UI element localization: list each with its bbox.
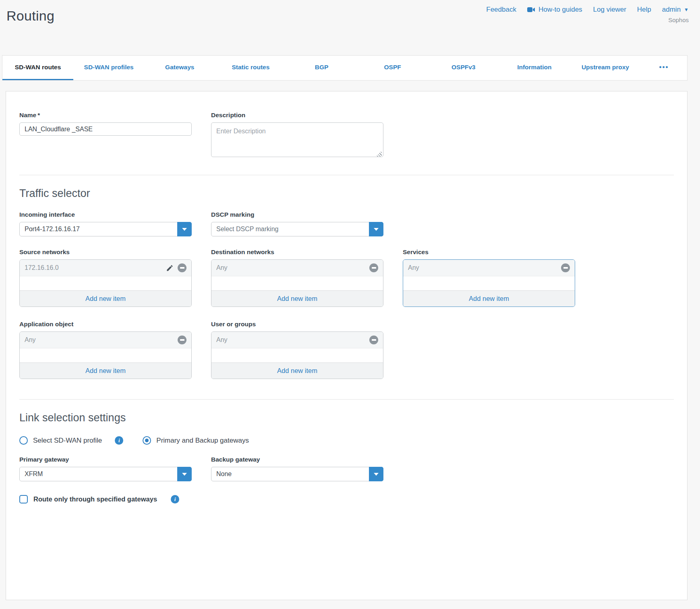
name-description-row: Name* Description bbox=[19, 112, 674, 159]
destination-networks-add-button[interactable]: Add new item bbox=[211, 290, 383, 307]
list-item-value: Any bbox=[408, 264, 419, 271]
list-item: 172.16.16.0 bbox=[20, 260, 191, 276]
description-label: Description bbox=[211, 112, 383, 119]
traffic-selector-heading: Traffic selector bbox=[19, 187, 674, 200]
tab-sdwan-routes[interactable]: SD-WAN routes bbox=[2, 56, 73, 80]
incoming-interface-select[interactable]: Port4-172.16.16.17 bbox=[19, 222, 192, 236]
tab-static-routes[interactable]: Static routes bbox=[215, 56, 286, 80]
source-networks-listbox: 172.16.16.0 Add new item bbox=[19, 259, 192, 307]
header-utility-area: Feedback How-to guides Log viewer Help a… bbox=[486, 6, 689, 23]
description-textarea[interactable] bbox=[211, 122, 383, 157]
services-add-button[interactable]: Add new item bbox=[403, 290, 575, 307]
route-only-label: Route only through specified gateways bbox=[33, 495, 157, 503]
gateway-mode-radio-group: Select SD-WAN profile i Primary and Back… bbox=[19, 436, 674, 445]
chevron-down-icon[interactable] bbox=[177, 467, 192, 481]
list-item-value: Any bbox=[216, 336, 228, 344]
tab-ospf[interactable]: OSPF bbox=[357, 56, 428, 80]
admin-menu[interactable]: admin ▼ bbox=[662, 6, 689, 14]
user-or-groups-listbox: Any Add new item bbox=[211, 331, 383, 379]
primary-gateway-value: XFRM bbox=[25, 470, 43, 478]
list-item: Any bbox=[403, 260, 575, 276]
list-item: Any bbox=[211, 260, 383, 276]
video-camera-icon bbox=[527, 7, 535, 12]
page-header: Routing Feedback How-to guides Log viewe… bbox=[0, 0, 700, 55]
list-empty-space bbox=[403, 276, 575, 290]
list-empty-space bbox=[20, 348, 191, 362]
primary-gateway-label: Primary gateway bbox=[19, 456, 192, 463]
incoming-interface-label: Incoming interface bbox=[19, 211, 192, 218]
primary-gateway-select[interactable]: XFRM bbox=[19, 467, 192, 481]
remove-icon[interactable] bbox=[178, 336, 186, 344]
radio-label: Primary and Backup gateways bbox=[156, 437, 249, 445]
dscp-marking-select[interactable]: Select DSCP marking bbox=[211, 222, 383, 236]
list-item: Any bbox=[211, 332, 383, 348]
app-users-row: Application object Any Add new item User… bbox=[19, 321, 674, 379]
chevron-down-icon[interactable] bbox=[369, 467, 383, 481]
header-links: Feedback How-to guides Log viewer Help a… bbox=[486, 6, 689, 14]
required-mark: * bbox=[37, 112, 40, 118]
services-listbox: Any Add new item bbox=[403, 259, 575, 307]
tab-upstream-proxy[interactable]: Upstream proxy bbox=[570, 56, 641, 80]
incoming-interface-value: Port4-172.16.16.17 bbox=[25, 226, 80, 233]
gateways-row: Primary gateway XFRM Backup gateway None bbox=[19, 456, 674, 481]
chevron-down-icon[interactable] bbox=[369, 222, 383, 236]
chevron-down-icon[interactable] bbox=[177, 222, 192, 236]
route-only-row: Route only through specified gateways i bbox=[19, 495, 674, 503]
feedback-link[interactable]: Feedback bbox=[486, 6, 516, 14]
list-empty-space bbox=[211, 348, 383, 362]
list-item: Any bbox=[20, 332, 191, 348]
howto-guides-label: How-to guides bbox=[538, 6, 582, 14]
dscp-marking-value: Select DSCP marking bbox=[216, 226, 278, 233]
source-networks-label: Source networks bbox=[19, 249, 192, 256]
howto-guides-link[interactable]: How-to guides bbox=[527, 6, 582, 14]
info-icon[interactable]: i bbox=[171, 495, 179, 503]
brand-label: Sophos bbox=[486, 17, 689, 23]
route-only-checkbox[interactable] bbox=[19, 495, 28, 503]
list-item-value: Any bbox=[216, 264, 228, 271]
chevron-down-icon: ▼ bbox=[684, 7, 689, 12]
user-or-groups-label: User or groups bbox=[211, 321, 383, 328]
backup-gateway-value: None bbox=[216, 470, 232, 478]
radio-primary-backup-gateways[interactable]: Primary and Backup gateways bbox=[143, 436, 249, 445]
content-card: Name* Description Traffic selector Incom… bbox=[6, 91, 688, 600]
interface-dscp-row: Incoming interface Port4-172.16.16.17 DS… bbox=[19, 211, 674, 236]
tab-more-menu[interactable]: ••• bbox=[641, 56, 687, 80]
list-empty-space bbox=[211, 276, 383, 290]
help-link[interactable]: Help bbox=[637, 6, 651, 14]
edit-icon[interactable] bbox=[166, 264, 174, 272]
radio-label: Select SD-WAN profile bbox=[33, 437, 102, 445]
log-viewer-link[interactable]: Log viewer bbox=[593, 6, 626, 14]
tab-bgp[interactable]: BGP bbox=[286, 56, 357, 80]
list-item-value: 172.16.16.0 bbox=[25, 264, 59, 271]
backup-gateway-label: Backup gateway bbox=[211, 456, 383, 463]
source-networks-add-button[interactable]: Add new item bbox=[20, 290, 191, 307]
tab-sdwan-profiles[interactable]: SD-WAN profiles bbox=[73, 56, 144, 80]
remove-icon[interactable] bbox=[178, 263, 186, 272]
networks-row: Source networks 172.16.16.0 Add new item… bbox=[19, 249, 674, 307]
user-or-groups-add-button[interactable]: Add new item bbox=[211, 362, 383, 379]
divider bbox=[19, 399, 674, 400]
tab-information[interactable]: Information bbox=[499, 56, 570, 80]
name-label: Name* bbox=[19, 112, 192, 119]
dscp-marking-label: DSCP marking bbox=[211, 211, 383, 218]
radio-select-sdwan-profile[interactable]: Select SD-WAN profile i bbox=[19, 436, 123, 445]
destination-networks-label: Destination networks bbox=[211, 249, 383, 256]
info-icon[interactable]: i bbox=[115, 436, 123, 445]
remove-icon[interactable] bbox=[369, 263, 378, 272]
tab-bar: SD-WAN routes SD-WAN profiles Gateways S… bbox=[2, 55, 688, 81]
application-object-add-button[interactable]: Add new item bbox=[20, 362, 191, 379]
radio-icon-selected bbox=[143, 436, 151, 445]
destination-networks-listbox: Any Add new item bbox=[211, 259, 383, 307]
remove-icon[interactable] bbox=[369, 336, 378, 344]
tab-gateways[interactable]: Gateways bbox=[144, 56, 215, 80]
link-selection-heading: Link selection settings bbox=[19, 412, 674, 424]
tab-ospfv3[interactable]: OSPFv3 bbox=[428, 56, 499, 80]
admin-label: admin bbox=[662, 6, 681, 14]
divider bbox=[19, 175, 674, 175]
backup-gateway-select[interactable]: None bbox=[211, 467, 383, 481]
remove-icon[interactable] bbox=[561, 263, 570, 272]
application-object-label: Application object bbox=[19, 321, 192, 328]
radio-icon bbox=[19, 436, 28, 445]
name-input[interactable] bbox=[19, 122, 192, 136]
list-empty-space bbox=[20, 276, 191, 290]
